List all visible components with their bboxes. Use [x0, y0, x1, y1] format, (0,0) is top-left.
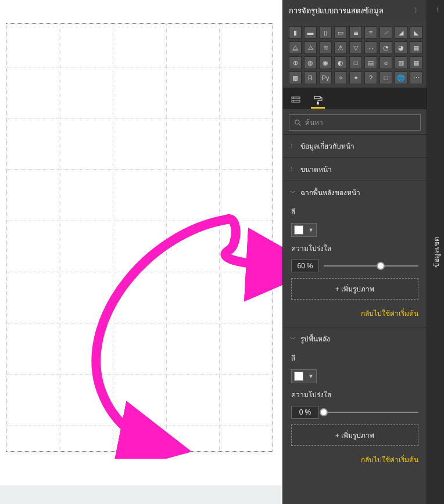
color-label: สี	[291, 206, 418, 217]
viz-line-stacked-column[interactable]: ⧋	[289, 41, 302, 54]
wallpaper-add-image-button[interactable]: + เพิ่มรูปภาพ	[291, 424, 418, 446]
viz-treemap[interactable]: ▦	[410, 41, 422, 54]
value-text: 0	[299, 408, 303, 416]
search-icon	[294, 119, 302, 127]
search-input[interactable]	[305, 118, 416, 127]
viz-table[interactable]: ▦	[410, 56, 422, 69]
chevron-right-icon: 〉	[290, 142, 296, 150]
viz-arcgis[interactable]: 🌐	[395, 71, 407, 84]
color-swatch	[294, 225, 303, 235]
section-wallpaper[interactable]: ﹀ รูปพื้นหลัง	[283, 327, 427, 350]
viz-scatter[interactable]: ∴	[364, 41, 377, 54]
rail-label: ข้อมูลเขต	[430, 236, 441, 268]
page-bg-color-picker[interactable]: ▼	[291, 223, 317, 237]
section-label: ขนาดหน้า	[300, 164, 332, 175]
page-bg-transparency-slider[interactable]	[324, 260, 418, 272]
chevron-down-icon: ﹀	[290, 189, 296, 197]
color-label: สี	[291, 352, 418, 363]
viz-matrix[interactable]: ▩	[289, 71, 302, 84]
chevron-down-icon: ▼	[306, 227, 316, 233]
viz-map[interactable]: ⊕	[289, 56, 302, 69]
viz-card[interactable]: □	[349, 56, 362, 69]
unit-text: %	[305, 408, 311, 416]
viz-line-clustered-column[interactable]: ⧊	[304, 41, 317, 54]
fields-icon	[291, 96, 300, 105]
viz-area[interactable]: ◢	[395, 26, 407, 39]
viz-clustered-column[interactable]: ▭	[334, 26, 347, 39]
viz-gauge[interactable]: ◐	[334, 56, 347, 69]
viz-r-visual[interactable]: R	[304, 71, 317, 84]
section-label: ฉากพื้นหลังของหน้า	[300, 187, 360, 198]
viz-multi-row-card[interactable]: ▤	[364, 56, 377, 69]
color-swatch	[294, 372, 303, 381]
viz-shape-map[interactable]: ◉	[319, 56, 332, 69]
viz-stacked-area[interactable]: ◣	[410, 26, 422, 39]
svg-rect-5	[317, 102, 319, 105]
viz-stacked-bar[interactable]: ▮	[289, 26, 302, 39]
viz-stacked-column[interactable]: ▬	[304, 26, 317, 39]
fields-tab[interactable]	[290, 93, 302, 108]
chevron-down-icon: ▼	[306, 373, 316, 379]
svg-point-6	[295, 120, 299, 124]
svg-rect-4	[314, 96, 320, 99]
section-page-background[interactable]: ﹀ ฉากพื้นหลังของหน้า	[283, 181, 427, 204]
pane-header[interactable]: การจัดรูปแบบการแสดงข้อมูล 〉	[283, 0, 427, 21]
section-page-size[interactable]: 〉 ขนาดหน้า	[283, 158, 427, 181]
viz-donut[interactable]: ◕	[395, 41, 407, 54]
viz-key-influencers[interactable]: ✧	[334, 71, 347, 84]
viz-gallery: ▮▬▯▭≣≡⟋◢◣⧋⧊≋⩚▽∴◔◕▦⊕◍◉◐□▤⌾▥▦▩RPy✧✦?□🌐⋯	[283, 21, 427, 88]
wallpaper-reset-link[interactable]: กลับไปใช้ค่าเริ่มต้น	[291, 452, 418, 465]
viz-slicer[interactable]: ▥	[395, 56, 407, 69]
page-bg-transparency-value[interactable]: 60 %	[291, 260, 319, 272]
viz-python-visual[interactable]: Py	[319, 71, 332, 84]
wallpaper-color-picker[interactable]: ▼	[291, 369, 317, 383]
section-label: ข้อมูลเกี่ยวกับหน้า	[300, 141, 355, 152]
viz-100-stacked-bar[interactable]: ≣	[349, 26, 362, 39]
svg-line-7	[299, 124, 300, 125]
viz-filled-map[interactable]: ◍	[304, 56, 317, 69]
format-tab[interactable]	[312, 93, 324, 108]
pane-title: การจัดรูปแบบการแสดงข้อมูล	[289, 5, 384, 17]
viz-decomposition-tree[interactable]: ✦	[349, 71, 362, 84]
section-label: รูปพื้นหลัง	[300, 333, 330, 344]
expand-rail-icon[interactable]: 〈	[427, 5, 444, 15]
visualizations-pane: การจัดรูปแบบการแสดงข้อมูล 〉 ▮▬▯▭≣≡⟋◢◣⧋⧊≋…	[282, 0, 427, 504]
report-page[interactable]	[6, 23, 273, 452]
wallpaper-transparency-slider[interactable]	[324, 406, 418, 418]
format-pane-body: 〉 ข้อมูลเกี่ยวกับหน้า 〉 ขนาดหน้า ﹀ ฉากพื…	[283, 134, 427, 504]
collapsed-fields-rail[interactable]: 〈 ข้อมูลเขต	[427, 0, 444, 504]
svg-rect-1	[292, 100, 300, 102]
search-row[interactable]	[289, 114, 421, 131]
paint-roller-icon	[313, 96, 323, 105]
collapse-pane-icon[interactable]: 〉	[414, 6, 421, 16]
wallpaper-transparency-value[interactable]: 0 %	[291, 406, 319, 419]
canvas-bottom-strip	[0, 485, 281, 504]
chevron-right-icon: 〉	[290, 165, 296, 174]
page-bg-add-image-button[interactable]: + เพิ่มรูปภาพ	[291, 278, 418, 300]
value-text: 60	[297, 262, 305, 270]
viz-waterfall[interactable]: ⩚	[334, 41, 347, 54]
viz-ribbon[interactable]: ≋	[319, 41, 332, 54]
svg-rect-0	[292, 97, 300, 99]
report-canvas-area[interactable]	[0, 0, 282, 504]
chevron-down-icon: ﹀	[290, 335, 296, 343]
viz-pie[interactable]: ◔	[379, 41, 392, 54]
transparency-label: ความโปร่งใส	[291, 243, 418, 254]
viz-qa[interactable]: ?	[364, 71, 377, 84]
section-page-info[interactable]: 〉 ข้อมูลเกี่ยวกับหน้า	[283, 135, 427, 157]
viz-100-stacked-column[interactable]: ≡	[364, 26, 377, 39]
page-bg-reset-link[interactable]: กลับไปใช้ค่าเริ่มต้น	[291, 305, 418, 319]
format-tabs	[283, 88, 427, 109]
unit-text: %	[307, 262, 313, 270]
viz-clustered-bar[interactable]: ▯	[319, 26, 332, 39]
viz-line[interactable]: ⟋	[379, 26, 392, 39]
viz-paginated[interactable]: □	[379, 71, 392, 84]
transparency-label: ความโปร่งใส	[291, 389, 418, 400]
viz-funnel[interactable]: ▽	[349, 41, 362, 54]
viz-kpi[interactable]: ⌾	[379, 56, 392, 69]
viz-more[interactable]: ⋯	[410, 71, 422, 84]
